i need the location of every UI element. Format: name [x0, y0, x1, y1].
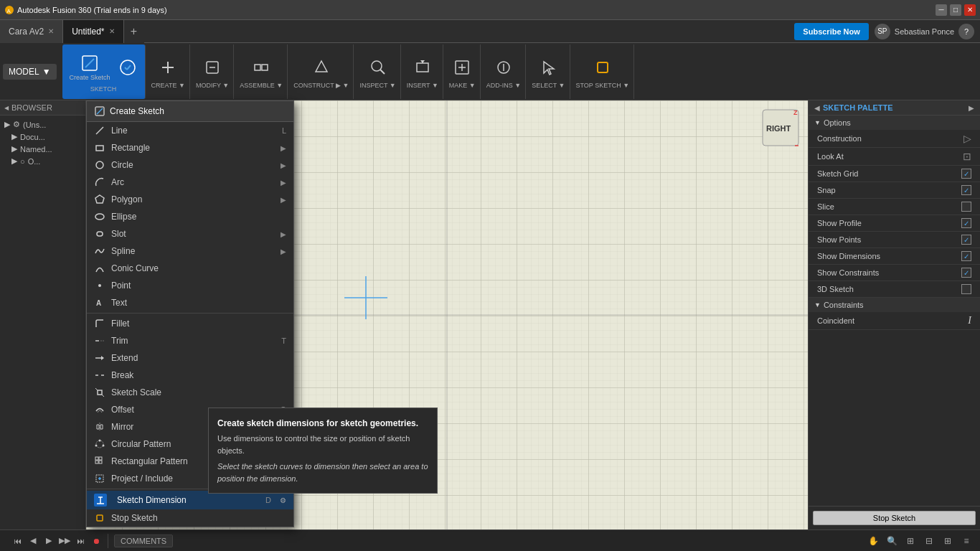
stop-sketch-palette-button[interactable]: Stop Sketch [813, 511, 976, 525]
line-menu-item[interactable]: Line L [87, 122, 293, 139]
show-dimensions-checkbox[interactable] [961, 251, 971, 261]
browser-item-icon2: ○ [20, 157, 25, 166]
title-bar: A Autodesk Fusion 360 (Trial ends in 9 d… [0, 0, 980, 20]
ellipse-menu-item[interactable]: Ellipse [87, 208, 293, 225]
circle-menu-item[interactable]: Circle ▶ [87, 156, 293, 174]
snap-checkbox[interactable] [961, 185, 971, 195]
sketch-scale-menu-item[interactable]: Sketch Scale [87, 384, 293, 401]
circle-menu-icon [94, 159, 105, 171]
stop-sketch-toolbar-button[interactable] [590, 55, 616, 79]
model-dropdown-button[interactable]: MODEL ▼ [3, 64, 57, 80]
record-button[interactable]: ⏺ [89, 534, 103, 548]
browser-header[interactable]: ◀ BROWSER [0, 100, 85, 116]
palette-expand-icon[interactable]: ▶ [969, 104, 974, 112]
text-menu-item[interactable]: A Text [87, 294, 293, 311]
rectangle-menu-item[interactable]: Rectangle ▶ [87, 139, 293, 156]
play-first-button[interactable]: ⏮ [10, 534, 24, 548]
select-button[interactable] [535, 55, 561, 79]
line-label: Line [111, 126, 276, 136]
slot-menu-item[interactable]: Slot ▶ [87, 225, 293, 242]
fit-icon[interactable]: ⊞ [903, 533, 918, 549]
options-collapse-icon: ▼ [814, 119, 821, 126]
make-button[interactable] [449, 55, 475, 79]
close-button[interactable]: ✕ [964, 4, 976, 16]
create-sketch-menu-item[interactable]: Create Sketch [87, 101, 293, 122]
look-at-icon[interactable]: ⊡ [963, 151, 971, 162]
point-menu-item[interactable]: Point [87, 277, 293, 294]
display-options-icon[interactable]: ≡ [958, 533, 974, 549]
sketch-dimension-shortcut: D [265, 496, 271, 504]
construct-button[interactable] [308, 55, 334, 79]
finish-sketch-button[interactable] [115, 55, 141, 79]
browser-item-label: (Uns... [23, 121, 46, 129]
trim-menu-icon [94, 335, 105, 347]
spline-menu-item[interactable]: Spline ▶ [87, 242, 293, 260]
break-menu-item[interactable]: Break [87, 367, 293, 384]
extend-menu-item[interactable]: Extend [87, 349, 293, 367]
play-controls: ⏮ ◀ ▶ ▶▶ ⏭ ⏺ [6, 534, 108, 548]
palette-title: SKETCH PALETTE [823, 103, 966, 112]
svg-text:RIGHT: RIGHT [766, 124, 791, 133]
tab-cara-av2[interactable]: Cara Av2 ✕ [0, 20, 63, 43]
arc-menu-item[interactable]: Arc ▶ [87, 174, 293, 191]
play-play-button[interactable]: ▶ [42, 534, 56, 548]
addins-icon [494, 57, 514, 77]
create-menu-button[interactable] [155, 55, 181, 79]
3d-sketch-row: 3D Sketch [809, 281, 980, 298]
tab-close-icon[interactable]: ✕ [48, 27, 54, 35]
new-tab-button[interactable]: + [124, 20, 144, 43]
show-points-checkbox[interactable] [961, 235, 971, 245]
polygon-menu-item[interactable]: Polygon ▶ [87, 191, 293, 208]
assemble-button[interactable] [248, 55, 274, 79]
fillet-menu-item[interactable]: Fillet [87, 315, 293, 332]
help-button[interactable]: ? [958, 24, 974, 39]
trim-menu-item[interactable]: Trim T [87, 332, 293, 349]
inspect-button[interactable] [365, 55, 391, 79]
browser-item-icon: ▶ [11, 132, 17, 141]
browser-item-doc[interactable]: ▶ Docu... [0, 131, 85, 143]
construction-icon[interactable]: ▷ [963, 133, 971, 144]
grid-options-icon[interactable]: ⊞ [940, 533, 956, 549]
browser-item-origin[interactable]: ▶ ○ O... [0, 155, 85, 167]
modify-button[interactable] [199, 55, 225, 79]
play-last-button[interactable]: ⏭ [73, 534, 88, 548]
tab-close-icon[interactable]: ✕ [109, 27, 115, 35]
show-constraints-checkbox[interactable] [961, 268, 971, 278]
select-icon [538, 57, 558, 77]
insert-button[interactable] [410, 55, 435, 79]
show-profile-checkbox[interactable] [961, 218, 971, 228]
polygon-menu-icon [94, 194, 105, 205]
palette-collapse-icon[interactable]: ◀ [814, 104, 820, 112]
minimize-button[interactable]: ─ [936, 4, 947, 16]
view-cube[interactable]: RIGHT Z [759, 106, 802, 149]
play-next-button[interactable]: ▶▶ [57, 534, 72, 548]
zoom-icon[interactable]: 🔍 [884, 533, 900, 549]
sketch-dimension-settings-icon[interactable]: ⚙ [280, 496, 286, 504]
subscribe-now-button[interactable]: Subscribe Now [794, 23, 868, 40]
tab-untitled[interactable]: Untitled* ✕ [63, 20, 123, 43]
browser-item-named[interactable]: ▶ Named... [0, 143, 85, 155]
3d-sketch-checkbox[interactable] [961, 284, 971, 294]
options-section-header[interactable]: ▼ Options [809, 116, 980, 130]
conic-curve-menu-item[interactable]: Conic Curve [87, 260, 293, 277]
constraints-section-header[interactable]: ▼ Constraints [809, 298, 980, 312]
addins-button[interactable] [491, 55, 517, 79]
svg-text:Z: Z [793, 109, 798, 116]
create-sketch-button[interactable]: Create Sketch [67, 50, 113, 83]
maximize-button[interactable]: □ [950, 4, 961, 16]
create-group-label: CREATE ▼ [151, 82, 185, 89]
ellipse-menu-icon [94, 211, 105, 222]
pan-icon[interactable]: ✋ [865, 533, 881, 549]
stop-sketch-menu-item[interactable]: Stop Sketch [87, 509, 293, 527]
svg-point-14 [372, 61, 382, 71]
browser-item[interactable]: ▶ ⚙ (Uns... [0, 118, 85, 131]
play-prev-button[interactable]: ◀ [26, 534, 40, 548]
coincident-shortcut: I [968, 315, 971, 326]
circular-pattern-menu-icon [94, 438, 105, 450]
comments-button[interactable]: COMMENTS [114, 534, 173, 547]
slice-checkbox[interactable] [961, 202, 971, 212]
window-controls: ─ □ ✕ [936, 4, 976, 16]
view-options-icon[interactable]: ⊟ [921, 533, 937, 549]
sketch-grid-checkbox[interactable] [961, 169, 971, 179]
svg-line-3 [85, 59, 94, 67]
